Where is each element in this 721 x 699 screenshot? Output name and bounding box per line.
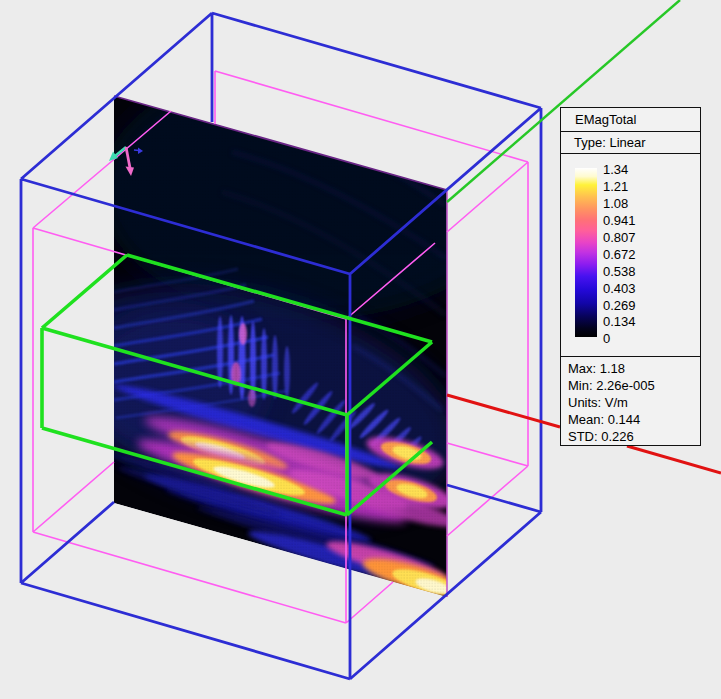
colorbar-tick-labels: 1.341.211.080.9410.8070.6720.5380.4030.2… bbox=[603, 162, 693, 348]
legend-type-label: Type: Linear bbox=[561, 132, 700, 154]
colorbar-tick: 0.538 bbox=[603, 263, 693, 280]
legend-separator bbox=[561, 356, 700, 357]
colorbar-tick: 1.34 bbox=[603, 162, 693, 179]
legend-stat-line: Min: 2.26e-005 bbox=[568, 377, 693, 394]
colorbar-tick: 0.672 bbox=[603, 246, 693, 263]
colorbar-tick: 0.807 bbox=[603, 229, 693, 246]
legend-stats: Max: 1.18Min: 2.26e-005Units: V/mMean: 0… bbox=[568, 360, 693, 445]
legend-stat-line: Max: 1.18 bbox=[568, 360, 693, 377]
colorbar-tick: 0.403 bbox=[603, 280, 693, 297]
colorbar-tick: 1.08 bbox=[603, 195, 693, 212]
colorbar-tick: 0.134 bbox=[603, 314, 693, 331]
legend-stat-line: Units: V/m bbox=[568, 394, 693, 411]
colorbar-tick: 0.269 bbox=[603, 297, 693, 314]
colorbar-tick: 0.941 bbox=[603, 212, 693, 229]
colorbar bbox=[575, 168, 597, 337]
colorbar-tick: 0 bbox=[603, 330, 693, 347]
3d-viewport[interactable]: EMagTotal Type: Linear 1.341.211.080.941… bbox=[0, 0, 721, 699]
colorbar-tick: 1.21 bbox=[603, 178, 693, 195]
legend-stat-line: STD: 0.226 bbox=[568, 428, 693, 445]
legend-stat-line: Mean: 0.144 bbox=[568, 411, 693, 428]
legend-title: EMagTotal bbox=[561, 108, 700, 132]
legend-panel: EMagTotal Type: Linear 1.341.211.080.941… bbox=[560, 107, 701, 446]
